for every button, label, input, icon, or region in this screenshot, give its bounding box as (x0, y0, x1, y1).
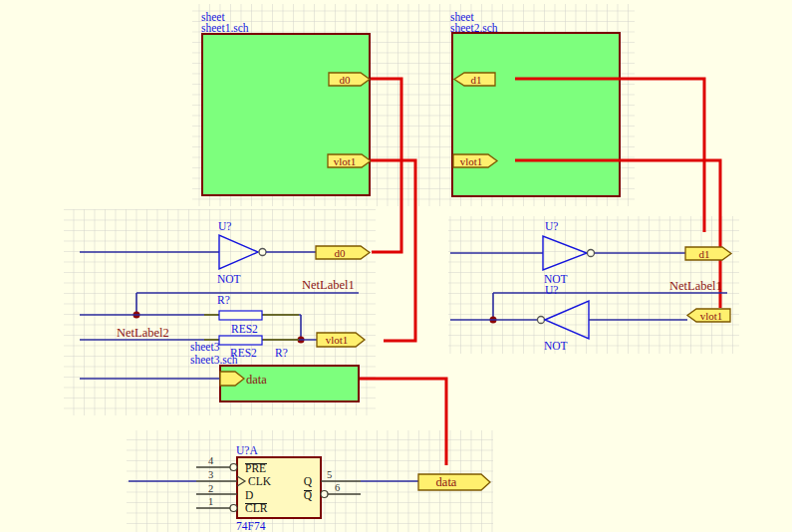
sheet1-filename[interactable]: sheet1.sch (201, 22, 249, 34)
port-d1-right-label: d1 (699, 248, 710, 260)
pin-q-label: Q (304, 475, 313, 487)
flipflop-designator[interactable]: U?A (236, 444, 258, 456)
pin-3-number: 3 (208, 469, 213, 480)
not-gate-right2-type[interactable]: NOT (544, 340, 568, 352)
pin-1-number: 1 (208, 496, 213, 507)
net-label1-right[interactable]: NetLabel1 (669, 279, 722, 293)
not-gate-right1-bubble (588, 250, 595, 257)
sheet1-port-vlot1-label: vlot1 (334, 155, 357, 167)
pin-6-invert-bubble (321, 491, 328, 498)
not-gate-right1-designator[interactable]: U? (545, 220, 558, 232)
not-gate-right2-designator[interactable]: U? (545, 284, 558, 296)
resistor1-designator[interactable]: R? (217, 294, 230, 306)
schematic-svg: sheet sheet1.sch d0 vlot1 sheet sheet2.s… (0, 0, 792, 532)
not-gate-left-type[interactable]: NOT (217, 273, 241, 285)
resistor2-body[interactable] (219, 336, 262, 345)
sheet1-port-d0-label: d0 (340, 74, 352, 86)
sheet3-filename[interactable]: sheet3.sch (190, 354, 238, 366)
port-data-bottom-label: data (436, 475, 457, 489)
pin-6-number: 6 (335, 482, 340, 493)
net-label2-left[interactable]: NetLabel2 (117, 326, 169, 340)
pin-4-invert-bubble (230, 464, 237, 471)
schematic-canvas: sheet sheet1.sch d0 vlot1 sheet sheet2.s… (0, 0, 792, 532)
pin-2-number: 2 (208, 483, 213, 494)
pin-d-label: D (245, 489, 253, 501)
sheet3-designator[interactable]: sheet3 (190, 341, 220, 353)
not-gate-left-bubble (259, 249, 266, 256)
sheet3-symbol[interactable] (220, 366, 359, 401)
sheet3-port-data-label: data (246, 373, 267, 387)
sheet2-port-d1-label: d1 (471, 74, 482, 86)
port-vlot1-left-label: vlot1 (326, 334, 349, 346)
port-d0-left-label: d0 (335, 247, 347, 259)
resistor2-designator[interactable]: R? (275, 347, 288, 359)
pin-4-number: 4 (208, 455, 214, 466)
pin-clk-label: CLK (248, 475, 272, 487)
port-vlot1-right-label: vlot1 (700, 310, 723, 322)
pin-5-number: 5 (327, 469, 332, 480)
resistor1-body[interactable] (219, 311, 262, 320)
sheet2-symbol[interactable] (452, 33, 620, 196)
not-gate-left-designator[interactable]: U? (218, 220, 231, 232)
sheet2-port-vlot1-label: vlot1 (460, 155, 483, 167)
pin-1-invert-bubble (230, 505, 237, 512)
resistor1-type[interactable]: RES2 (231, 323, 258, 335)
net-label1-left[interactable]: NetLabel1 (302, 278, 355, 292)
sheet1-symbol[interactable] (202, 34, 370, 195)
flipflop-part-number[interactable]: 74F74 (236, 520, 266, 532)
